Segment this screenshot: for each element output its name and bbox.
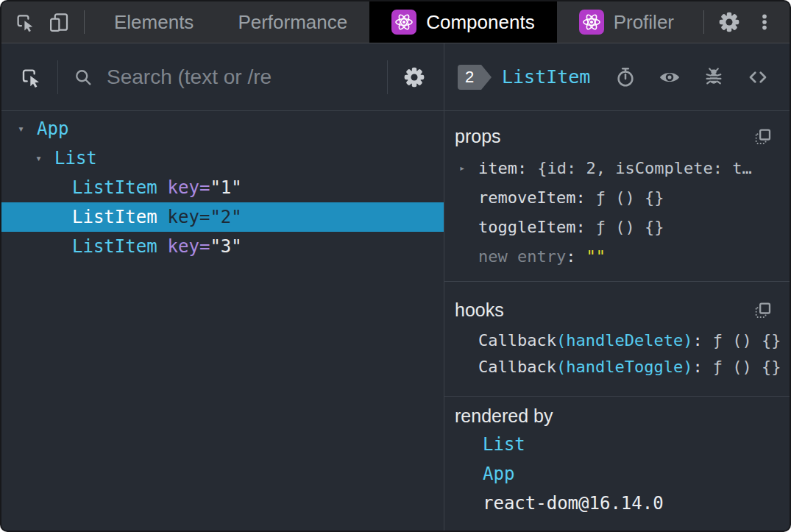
stopwatch-icon [614,66,636,88]
hooks-section-title: hooks [455,299,504,321]
key-attribute: key= [168,207,210,227]
prop-name: item [478,159,517,177]
component-tree: ▾ App ▾ List ListItemkey="1" ListItemkey… [1,111,444,261]
key-attribute: key= [168,177,210,198]
prop-name: removeItem [478,188,575,207]
search-box [73,65,372,90]
log-to-console-button[interactable] [703,66,725,88]
component-name: List [54,148,97,169]
tab-label: Elements [114,11,194,34]
devtools-window: Elements Performance Components [0,0,791,532]
tab-label: Performance [238,11,347,34]
prop-row-toggleitem[interactable]: toggleItem:ƒ () {} [444,212,790,241]
search-icon [73,67,93,88]
inspect-icon [19,65,43,89]
search-input[interactable] [105,65,372,90]
component-name: ListItem [72,236,157,257]
tab-performance[interactable]: Performance [216,1,369,43]
component-name: ListItem [72,177,157,198]
tab-label: Components [426,11,534,34]
tree-row-listitem-2-selected[interactable]: ListItemkey="2" [1,202,444,232]
inspected-element-header: 2 ListItem [444,43,790,111]
inspect-dom-button[interactable] [657,66,682,88]
colon: : [692,331,702,350]
selected-component-title: ListItem [502,66,614,88]
rendered-by-section: rendered by List App react-dom@16.14.0 [444,397,790,531]
tree-pane: ▾ App ▾ List ListItemkey="1" ListItemkey… [1,43,444,531]
code-brackets-icon [745,66,770,88]
colon: : [575,188,585,207]
eye-icon [657,66,682,88]
hook-name: Callback [478,331,556,350]
rendered-by-item: App [444,459,790,489]
prop-value[interactable]: ƒ () {} [596,188,664,207]
components-panel: ▾ App ▾ List ListItemkey="1" ListItemkey… [1,43,790,531]
hook-arg: (handleDelete) [556,331,692,350]
tree-row-app[interactable]: ▾ App [1,114,444,143]
hooks-section: hooks Callback(handleDelete):ƒ () {} [444,282,790,397]
hook-row-handletoggle[interactable]: Callback(handleToggle):ƒ () {} [444,353,790,380]
hook-arg: (handleToggle) [556,358,692,376]
tree-row-list[interactable]: ▾ List [1,143,444,173]
prop-row-removeitem[interactable]: removeItem:ƒ () {} [444,182,790,212]
view-source-button[interactable] [745,66,770,88]
tree-row-listitem-1[interactable]: ListItemkey="1" [1,173,444,202]
tab-label: Profiler [614,11,674,34]
tab-components[interactable]: Components [369,1,556,43]
colon: : [566,247,575,266]
tab-profiler[interactable]: Profiler [557,1,696,43]
hook-name: Callback [478,358,556,376]
colon: : [575,218,585,236]
key-value: "2" [210,207,241,227]
gear-icon [402,65,426,89]
copy-props-button[interactable] [753,127,773,147]
prop-name: toggleItem [478,218,575,236]
rendered-by-item: react-dom@16.14.0 [444,489,790,518]
colon: : [692,358,702,376]
element-index-badge: 2 [458,65,481,90]
prop-row-item[interactable]: ▸ item:{id: 2, isComplete: t… [444,153,790,182]
colon: : [517,159,527,177]
inspect-icon [14,11,36,33]
component-name: ListItem [72,207,157,227]
inspected-element-pane: 2 ListItem [444,43,790,531]
key-value: "3" [210,236,241,257]
devtools-settings-button[interactable] [712,10,747,34]
tree-row-listitem-3[interactable]: ListItemkey="3" [1,232,444,261]
key-value: "1" [210,177,241,198]
expand-arrow-icon[interactable]: ▾ [18,122,37,135]
tab-elements[interactable]: Elements [92,1,216,43]
suspense-toggle-button[interactable] [614,66,636,88]
prop-value[interactable]: ƒ () {} [596,218,664,236]
hook-value[interactable]: ƒ () {} [713,358,781,376]
inspect-element-button[interactable] [7,1,42,43]
rendered-by-title: rendered by [455,405,553,427]
owner-link-list[interactable]: List [483,434,525,455]
new-entry-name[interactable]: new entry [478,247,566,266]
device-toolbar-icon [49,11,71,33]
copy-icon [753,127,773,147]
expand-arrow-icon[interactable]: ▾ [35,152,54,165]
toolbar-divider [387,60,388,94]
hook-row-handledelete[interactable]: Callback(handleDelete):ƒ () {} [444,327,790,353]
devtools-tabbar: Elements Performance Components [1,1,790,43]
rendered-by-item: List [444,430,790,459]
prop-row-new-entry[interactable]: new entry:"" [444,241,790,271]
prop-value[interactable]: {id: 2, isComplete: t… [537,159,751,177]
owner-link-app[interactable]: App [483,464,514,484]
hook-value[interactable]: ƒ () {} [713,331,781,350]
expand-arrow-icon[interactable]: ▸ [459,162,465,174]
tabbar-divider [703,10,704,34]
new-entry-value[interactable]: "" [586,247,606,266]
kebab-menu-icon [755,11,774,33]
renderer-version: react-dom@16.14.0 [483,493,664,514]
view-settings-button[interactable] [402,65,426,89]
props-section: props ▸ item:{id: 2, isComplete: t… [444,111,790,282]
copy-hooks-button[interactable] [753,300,773,321]
tree-toolbar [1,43,444,111]
react-icon [579,10,604,35]
devtools-menu-button[interactable] [747,11,782,33]
props-section-title: props [455,126,501,147]
device-toolbar-button[interactable] [42,1,77,43]
select-component-button[interactable] [19,65,43,89]
